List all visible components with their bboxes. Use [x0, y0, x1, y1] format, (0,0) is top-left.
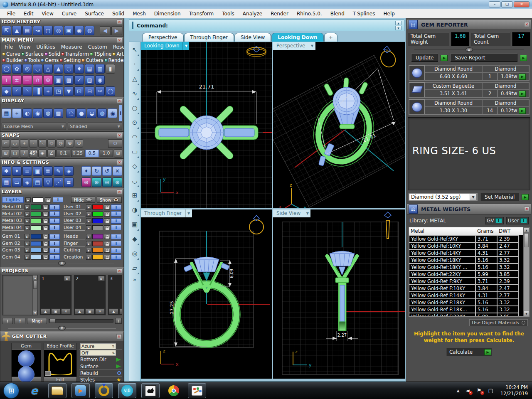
show-button[interactable]: Show [97, 197, 122, 203]
chevron-down-icon[interactable]: ▼ [304, 209, 310, 217]
layer-visibility-toggle[interactable]: I [49, 254, 60, 260]
display-mode-icon[interactable]: ▩ [54, 108, 63, 118]
drag-grip-icon[interactable] [132, 22, 133, 29]
panel-collapse-knob[interactable]: ▼ [58, 261, 66, 266]
project-up-button[interactable]: ↑ [15, 318, 25, 324]
calculate-button[interactable]: Calculate ▶ [446, 348, 492, 356]
project-slot[interactable]: 1▶▲▣✕ [39, 275, 72, 315]
layer-color-swatch[interactable] [92, 218, 103, 223]
snap-icon[interactable]: ◇ [47, 139, 56, 148]
layer-expand-icon[interactable]: ▶ [86, 255, 91, 260]
layer-color-swatch[interactable] [31, 212, 42, 217]
category-tools[interactable]: Tools [24, 57, 40, 63]
user-toggle-switch[interactable]: I [520, 218, 527, 223]
lock-icon[interactable] [104, 204, 110, 209]
history-icon[interactable]: ◎ [54, 26, 63, 35]
layer-visibility-toggle[interactable]: I [111, 254, 121, 260]
layer-name[interactable]: Metal 03 [2, 218, 24, 224]
lock-icon[interactable] [104, 241, 110, 246]
mesh-mode-dropdown[interactable]: Coarse Mesh▼ [2, 123, 66, 130]
chevron-down-icon[interactable]: ▼ [470, 194, 477, 200]
menu-surface[interactable]: Surface [81, 10, 108, 17]
back-icon[interactable]: ◀ [100, 26, 111, 35]
option-control-icon[interactable]: ★ [116, 377, 121, 382]
project-slot-menu-icon[interactable]: ▶ [64, 276, 71, 281]
column-header[interactable]: Metal [409, 227, 475, 235]
project-slot-button[interactable]: ✕ [95, 308, 105, 314]
layer-expand-icon[interactable]: ▶ [25, 204, 30, 209]
action-center-flag-icon[interactable]: ⚑✕ [475, 387, 483, 394]
menu-tools[interactable]: Tools [218, 10, 238, 17]
layer-name[interactable]: Metal 02 [2, 211, 24, 217]
snap-mode-icon[interactable]: ◈ [38, 149, 47, 158]
layer-expand-icon[interactable]: ▶ [86, 204, 91, 209]
layer-color-swatch[interactable] [31, 248, 42, 253]
layer-color-swatch[interactable] [92, 234, 103, 239]
media-player-icon[interactable]: ▶ [71, 383, 90, 398]
drawing-tool-icon[interactable]: ∿ [130, 86, 140, 101]
chevron-down-icon[interactable]: ▼ [185, 209, 192, 217]
record-icon[interactable]: ↺ [102, 166, 112, 176]
settings-icon[interactable]: ✎ [54, 166, 63, 176]
info-icon[interactable]: ⋰ [54, 177, 63, 187]
snap-mode-icon[interactable]: ∠ [47, 149, 56, 158]
drawing-tool-icon[interactable]: ▣ [130, 217, 140, 232]
tool-strip-more-icon[interactable]: » [133, 276, 136, 283]
close-icon[interactable]: ✕ [117, 38, 122, 43]
tool-icon[interactable]: ∩ [33, 75, 42, 85]
display-mode-icon[interactable]: ▦ [2, 108, 11, 118]
lock-icon[interactable] [42, 248, 49, 253]
layer-color-swatch[interactable] [92, 212, 103, 217]
snap-icon[interactable]: ⌐ [2, 139, 10, 148]
table-scrollbar[interactable]: ▲ ▼ [523, 227, 529, 316]
gumball-icon[interactable]: ⊕ [113, 177, 122, 187]
tool-icon[interactable]: ⊡ [74, 86, 84, 96]
display-toggle[interactable]: I [119, 105, 122, 121]
info-icon[interactable]: ▽ [43, 177, 53, 187]
layer-lights[interactable]: Lights [2, 197, 24, 203]
layer-visibility-toggle[interactable]: I [53, 197, 63, 202]
table-row[interactable]: Yellow Gold-Ref F:18KY5.163.32 [409, 299, 523, 306]
table-row[interactable]: Yellow Gold-Ref F:14KY4.312.77 [409, 292, 523, 299]
record-icon[interactable]: ✕ [113, 166, 122, 176]
gem-cutter-option-azure[interactable]: Azure⇅ [79, 343, 122, 350]
layer-name[interactable]: Gem 01 [2, 234, 24, 239]
category-surface[interactable]: Surface [21, 51, 44, 57]
gem-report-row[interactable]: Diamond RoundDiamond6.60 X 6.6011.08tw▶ [409, 65, 530, 81]
settings-icon[interactable]: ≣ [43, 166, 53, 176]
close-icon[interactable]: ✕ [117, 160, 122, 165]
layer-name[interactable]: Metal 01 [2, 204, 24, 210]
tool-icon[interactable]: ✂ [95, 86, 105, 96]
option-control-icon[interactable] [117, 371, 121, 375]
tool-icon[interactable]: ◎ [22, 64, 32, 74]
settings-icon[interactable]: ▣ [33, 166, 42, 176]
paint-icon[interactable] [188, 383, 206, 398]
scroll-up-icon[interactable]: ▲ [33, 275, 37, 280]
add-tab-button[interactable]: + [324, 33, 337, 42]
lock-icon[interactable] [42, 212, 49, 217]
layer-expand-icon[interactable]: ▶ [86, 218, 91, 223]
layer-name[interactable]: Gem 04 [2, 254, 24, 260]
table-row[interactable]: Yellow Gold-Ref:14KY4.312.77 [409, 249, 523, 256]
grid-snap-value[interactable]: 0.5 [85, 150, 99, 157]
layer-name[interactable]: Gem 02 [2, 241, 24, 246]
history-icon[interactable]: ▲ [12, 26, 22, 35]
snap-mode-icon[interactable]: ∕ [20, 149, 28, 158]
display-mode-icon[interactable]: ◐ [22, 108, 32, 118]
snap-mode-icon[interactable]: 45° [29, 149, 37, 158]
lock-icon[interactable] [104, 234, 110, 239]
option-value[interactable]: Azure⇅ [80, 343, 116, 349]
chrome-icon[interactable] [165, 383, 183, 398]
record-icon[interactable]: ↻ [92, 166, 101, 176]
material-dropdown[interactable]: Diamond (3.52 spg) ▼ [409, 193, 478, 201]
update-arrow-icon[interactable]: ▶ [441, 55, 448, 61]
viewport-label-perspective[interactable]: Perspective ▼ [273, 42, 315, 50]
tab-looking-down[interactable]: Looking Down [271, 33, 323, 42]
gem-preview-box[interactable]: Gem ▲ [11, 343, 41, 382]
tool-icon[interactable]: ▲ [54, 64, 63, 74]
viewport-label-side-view[interactable]: Side View ▼ [273, 209, 310, 217]
tab-through-finger[interactable]: Through Finger [184, 33, 234, 42]
layer-visibility-toggle[interactable]: I [49, 234, 60, 239]
layer-expand-icon[interactable]: ▶ [86, 225, 91, 230]
save-report-button[interactable]: Save Report [450, 54, 517, 62]
